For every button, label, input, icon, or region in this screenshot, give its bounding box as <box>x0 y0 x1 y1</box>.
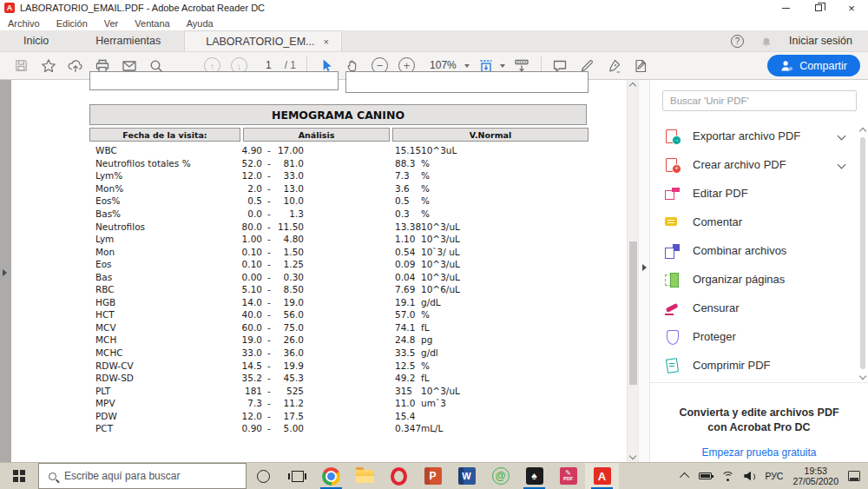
result-value: 49.2 <box>395 373 421 383</box>
fill-sign-button[interactable] <box>628 54 654 77</box>
chevron-down-icon[interactable] <box>838 161 846 169</box>
tab-home[interactable]: Inicio <box>0 30 72 51</box>
start-button[interactable] <box>0 463 38 489</box>
table-row: MCV 60.0 - 75.0 74.1 fL <box>89 321 610 334</box>
tools-scrollbar-thumb[interactable] <box>860 137 865 369</box>
taskbar-app-button[interactable] <box>280 463 314 489</box>
chevron-down-icon[interactable] <box>838 132 846 141</box>
document-scrollbar[interactable] <box>627 80 638 462</box>
table-row: Lym 1.00 - 4.80 1.10 10^3/uL <box>89 233 610 246</box>
wifi-icon[interactable] <box>721 472 734 481</box>
column-header-analysis: Análisis <box>243 128 390 142</box>
tools-scroll-up-icon[interactable] <box>859 128 866 135</box>
result-unit: % <box>421 309 610 320</box>
result-unit: 10^3/uL <box>421 386 610 396</box>
close-button[interactable]: × <box>835 0 868 16</box>
table-row: Bas% 0.0 - 1.3 0.3 % <box>89 208 610 221</box>
share-button[interactable]: Compartir <box>767 55 860 76</box>
fit-dropdown-icon[interactable] <box>500 64 505 68</box>
taskbar-app-button[interactable] <box>348 463 382 489</box>
result-value: 7.69 <box>395 284 421 294</box>
result-value: 0.09 <box>395 259 421 269</box>
menu-item[interactable]: Ventana <box>135 18 169 29</box>
comment-icon <box>665 215 680 229</box>
range-dash: - <box>262 334 276 345</box>
range-high: 8.50 <box>276 284 304 294</box>
bell-icon[interactable] <box>760 34 773 48</box>
taskbar-app-button[interactable] <box>416 463 450 489</box>
taskbar-app-button[interactable] <box>551 463 585 489</box>
sign-in-button[interactable]: Iniciar sesión <box>789 35 852 47</box>
tab-tools[interactable]: Herramientas <box>72 30 184 51</box>
restore-button[interactable] <box>802 0 835 16</box>
range-high: 26.0 <box>276 334 304 345</box>
tools-panel-item[interactable]: Crear archivo PDF <box>650 150 858 179</box>
table-row: MCH 19.0 - 26.0 24.8 pg <box>89 334 610 347</box>
navigation-pane-strip[interactable] <box>0 80 11 462</box>
tools-panel-item[interactable]: Exportar archivo PDF <box>650 122 858 150</box>
tools-panel-item[interactable]: Comentar <box>650 208 858 236</box>
action-center-icon[interactable] <box>848 471 860 481</box>
tools-panel-item[interactable]: Comprimir PDF <box>650 351 858 380</box>
result-unit: 10^3uL <box>421 145 610 155</box>
tools-panel-item[interactable]: Censurar <box>650 294 858 322</box>
share-button-label: Compartir <box>799 60 847 72</box>
volume-icon[interactable] <box>744 472 755 481</box>
range-low: 2.0 <box>221 183 262 194</box>
sign-tool-button[interactable] <box>601 54 628 77</box>
start-free-trial-link[interactable]: Empezar prueba gratuita <box>701 446 816 459</box>
tools-scroll-down-icon[interactable] <box>859 373 866 380</box>
taskbar-clock[interactable]: 19:53 27/05/2020 <box>792 466 838 487</box>
tool-label: Proteger <box>693 330 736 343</box>
favorite-button[interactable] <box>35 54 62 77</box>
tools-panel-item[interactable]: Proteger <box>650 322 858 351</box>
tool-label: Crear archivo PDF <box>693 158 786 171</box>
save-button[interactable] <box>8 54 35 77</box>
expand-nav-pane-icon[interactable] <box>3 269 7 276</box>
tools-panel-item[interactable]: Editar PDF <box>650 179 858 208</box>
tools-panel-item[interactable]: Organizar páginas <box>650 265 858 294</box>
taskbar-app-button[interactable] <box>314 463 348 489</box>
taskbar-app-button[interactable] <box>382 463 416 489</box>
tools-scrollbar[interactable] <box>858 125 867 382</box>
parameter-name: RDW-SD <box>95 373 221 383</box>
tools-search-input[interactable] <box>662 90 857 111</box>
range-low: 0.5 <box>221 195 262 206</box>
taskbar-search[interactable]: Escribe aquí para buscar <box>38 463 247 489</box>
share-file-button[interactable] <box>62 54 89 77</box>
result-value: 24.8 <box>395 334 421 345</box>
range-dash: - <box>262 158 276 169</box>
zoom-dropdown-icon[interactable] <box>464 64 470 68</box>
tab-close-icon[interactable]: × <box>323 36 328 47</box>
taskbar-app-button[interactable] <box>450 463 483 489</box>
range-low: 0.90 <box>221 423 262 433</box>
hidden-icons-chevron[interactable] <box>680 472 689 482</box>
tools-panel-toggle[interactable] <box>638 80 649 462</box>
scroll-down-icon[interactable] <box>629 453 636 459</box>
menu-item[interactable]: Edición <box>56 18 88 29</box>
tools-panel-item[interactable]: Combinar archivos <box>650 236 858 265</box>
range-dash: - <box>262 373 276 383</box>
scrollbar-thumb[interactable] <box>629 241 637 385</box>
taskbar-app-button[interactable] <box>585 463 619 489</box>
content-area: HEMOGRAMA CANINO Fecha de la visita: Aná… <box>0 80 868 462</box>
range-high: 4.80 <box>276 234 304 244</box>
taskbar-app-button[interactable] <box>483 463 517 489</box>
scroll-up-icon[interactable] <box>629 83 636 89</box>
battery-icon[interactable] <box>699 472 712 479</box>
column-header-visit-date: Fecha de la visita: <box>89 128 240 142</box>
minimize-button[interactable] <box>769 0 802 16</box>
parameter-name: RBC <box>95 284 221 294</box>
menu-item[interactable]: Ver <box>104 18 119 29</box>
parameter-name: Eos <box>95 259 221 269</box>
taskbar-app-button[interactable] <box>247 463 280 489</box>
menu-item[interactable]: Archivo <box>8 18 40 29</box>
help-icon[interactable]: ? <box>731 35 744 48</box>
menu-item[interactable]: Ayuda <box>187 18 214 29</box>
tab-document[interactable]: LABORATORIO_EM... × <box>184 30 342 51</box>
collapse-panel-icon[interactable] <box>642 264 647 271</box>
taskbar-app-button[interactable] <box>517 463 551 489</box>
range-low: 0.10 <box>221 259 262 269</box>
range-dash: - <box>262 284 276 294</box>
language-indicator[interactable]: РУС <box>765 471 783 481</box>
